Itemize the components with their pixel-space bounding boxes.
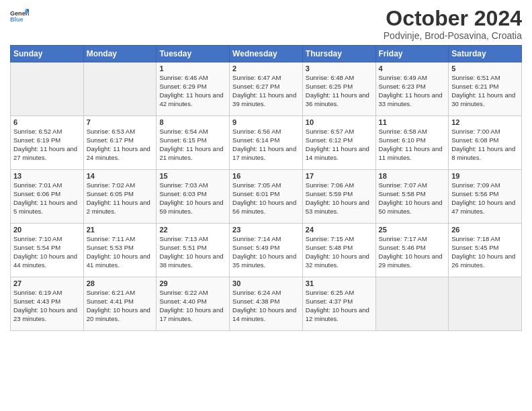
day-number: 10 xyxy=(306,118,373,126)
week-row-1: 1Sunrise: 6:46 AM Sunset: 6:29 PM Daylig… xyxy=(11,62,522,116)
day-cell: 26Sunrise: 7:18 AM Sunset: 5:45 PM Dayli… xyxy=(449,224,522,277)
calendar-table: Sunday Monday Tuesday Wednesday Thursday… xyxy=(10,45,522,331)
day-cell: 22Sunrise: 7:13 AM Sunset: 5:51 PM Dayli… xyxy=(157,224,230,277)
day-number: 1 xyxy=(159,64,226,73)
day-info: Sunrise: 6:51 AM Sunset: 6:21 PM Dayligh… xyxy=(451,74,519,108)
calendar-title: October 2024 xyxy=(384,7,522,30)
col-friday: Friday xyxy=(375,46,449,62)
day-info: Sunrise: 7:15 AM Sunset: 5:48 PM Dayligh… xyxy=(306,235,373,269)
day-number: 28 xyxy=(87,279,154,287)
day-number: 16 xyxy=(232,172,300,180)
day-cell xyxy=(449,277,522,331)
day-number: 29 xyxy=(159,279,226,287)
day-info: Sunrise: 6:46 AM Sunset: 6:29 PM Dayligh… xyxy=(159,74,226,108)
day-info: Sunrise: 6:19 AM Sunset: 4:43 PM Dayligh… xyxy=(13,289,81,323)
day-number: 23 xyxy=(232,226,300,234)
day-cell: 1Sunrise: 6:46 AM Sunset: 6:29 PM Daylig… xyxy=(157,62,230,116)
day-cell: 5Sunrise: 6:51 AM Sunset: 6:21 PM Daylig… xyxy=(449,62,522,116)
day-info: Sunrise: 7:17 AM Sunset: 5:46 PM Dayligh… xyxy=(379,235,446,269)
day-info: Sunrise: 7:05 AM Sunset: 6:01 PM Dayligh… xyxy=(232,181,300,216)
day-cell: 28Sunrise: 6:21 AM Sunset: 4:41 PM Dayli… xyxy=(83,277,157,331)
day-cell: 18Sunrise: 7:07 AM Sunset: 5:58 PM Dayli… xyxy=(375,170,449,224)
day-info: Sunrise: 6:25 AM Sunset: 4:37 PM Dayligh… xyxy=(306,289,373,323)
col-sunday: Sunday xyxy=(11,46,84,62)
day-info: Sunrise: 6:52 AM Sunset: 6:19 PM Dayligh… xyxy=(13,128,81,162)
calendar-page: General Blue October 2024 Podvinje, Brod… xyxy=(0,0,532,411)
day-info: Sunrise: 6:53 AM Sunset: 6:17 PM Dayligh… xyxy=(87,128,154,162)
day-cell: 11Sunrise: 6:58 AM Sunset: 6:10 PM Dayli… xyxy=(375,116,449,170)
day-number: 27 xyxy=(13,279,81,287)
day-info: Sunrise: 6:58 AM Sunset: 6:10 PM Dayligh… xyxy=(379,128,446,162)
day-info: Sunrise: 6:57 AM Sunset: 6:12 PM Dayligh… xyxy=(306,128,373,162)
day-cell: 30Sunrise: 6:24 AM Sunset: 4:38 PM Dayli… xyxy=(230,277,303,331)
day-info: Sunrise: 7:14 AM Sunset: 5:49 PM Dayligh… xyxy=(232,235,300,269)
day-cell: 4Sunrise: 6:49 AM Sunset: 6:23 PM Daylig… xyxy=(375,62,449,116)
day-number: 25 xyxy=(379,226,446,234)
day-cell: 7Sunrise: 6:53 AM Sunset: 6:17 PM Daylig… xyxy=(83,116,157,170)
day-cell: 9Sunrise: 6:56 AM Sunset: 6:14 PM Daylig… xyxy=(230,116,303,170)
day-number: 17 xyxy=(306,172,373,180)
day-number: 3 xyxy=(306,64,373,73)
day-cell xyxy=(83,62,157,116)
day-cell: 31Sunrise: 6:25 AM Sunset: 4:37 PM Dayli… xyxy=(302,277,375,331)
col-monday: Monday xyxy=(83,46,157,62)
day-info: Sunrise: 7:09 AM Sunset: 5:56 PM Dayligh… xyxy=(451,181,519,216)
day-cell: 29Sunrise: 6:22 AM Sunset: 4:40 PM Dayli… xyxy=(157,277,230,331)
week-row-2: 6Sunrise: 6:52 AM Sunset: 6:19 PM Daylig… xyxy=(11,116,522,170)
day-cell xyxy=(11,62,84,116)
day-number: 2 xyxy=(232,64,300,73)
day-cell: 10Sunrise: 6:57 AM Sunset: 6:12 PM Dayli… xyxy=(302,116,375,170)
day-number: 13 xyxy=(13,172,81,180)
day-cell: 8Sunrise: 6:54 AM Sunset: 6:15 PM Daylig… xyxy=(157,116,230,170)
col-tuesday: Tuesday xyxy=(157,46,230,62)
day-info: Sunrise: 7:01 AM Sunset: 6:06 PM Dayligh… xyxy=(13,181,81,216)
day-info: Sunrise: 7:00 AM Sunset: 6:08 PM Dayligh… xyxy=(451,128,519,162)
day-number: 4 xyxy=(379,64,446,73)
title-block: October 2024 Podvinje, Brod-Posavina, Cr… xyxy=(384,7,522,41)
col-saturday: Saturday xyxy=(449,46,522,62)
day-number: 5 xyxy=(451,64,519,73)
logo-icon: General Blue xyxy=(10,7,29,26)
day-number: 18 xyxy=(379,172,446,180)
day-number: 22 xyxy=(159,226,226,234)
day-number: 15 xyxy=(159,172,226,180)
header: General Blue October 2024 Podvinje, Brod… xyxy=(10,7,522,41)
day-cell: 19Sunrise: 7:09 AM Sunset: 5:56 PM Dayli… xyxy=(449,170,522,224)
day-cell: 13Sunrise: 7:01 AM Sunset: 6:06 PM Dayli… xyxy=(11,170,84,224)
day-cell: 3Sunrise: 6:48 AM Sunset: 6:25 PM Daylig… xyxy=(302,62,375,116)
calendar-header: Sunday Monday Tuesday Wednesday Thursday… xyxy=(11,46,522,62)
week-row-3: 13Sunrise: 7:01 AM Sunset: 6:06 PM Dayli… xyxy=(11,170,522,224)
day-number: 11 xyxy=(379,118,446,126)
day-cell: 24Sunrise: 7:15 AM Sunset: 5:48 PM Dayli… xyxy=(302,224,375,277)
day-number: 21 xyxy=(87,226,154,234)
day-info: Sunrise: 6:22 AM Sunset: 4:40 PM Dayligh… xyxy=(159,289,226,323)
day-cell: 27Sunrise: 6:19 AM Sunset: 4:43 PM Dayli… xyxy=(11,277,84,331)
day-number: 26 xyxy=(451,226,519,234)
day-number: 12 xyxy=(451,118,519,126)
day-info: Sunrise: 6:48 AM Sunset: 6:25 PM Dayligh… xyxy=(306,74,373,108)
day-cell: 12Sunrise: 7:00 AM Sunset: 6:08 PM Dayli… xyxy=(449,116,522,170)
day-info: Sunrise: 7:06 AM Sunset: 5:59 PM Dayligh… xyxy=(306,181,373,216)
day-number: 7 xyxy=(87,118,154,126)
day-info: Sunrise: 7:03 AM Sunset: 6:03 PM Dayligh… xyxy=(159,181,226,216)
day-cell: 20Sunrise: 7:10 AM Sunset: 5:54 PM Dayli… xyxy=(11,224,84,277)
day-cell: 6Sunrise: 6:52 AM Sunset: 6:19 PM Daylig… xyxy=(11,116,84,170)
day-number: 24 xyxy=(306,226,373,234)
header-row: Sunday Monday Tuesday Wednesday Thursday… xyxy=(11,46,522,62)
week-row-4: 20Sunrise: 7:10 AM Sunset: 5:54 PM Dayli… xyxy=(11,224,522,277)
day-number: 9 xyxy=(232,118,300,126)
day-info: Sunrise: 7:10 AM Sunset: 5:54 PM Dayligh… xyxy=(13,235,81,269)
calendar-subtitle: Podvinje, Brod-Posavina, Croatia xyxy=(384,30,522,41)
day-cell: 2Sunrise: 6:47 AM Sunset: 6:27 PM Daylig… xyxy=(230,62,303,116)
day-info: Sunrise: 6:21 AM Sunset: 4:41 PM Dayligh… xyxy=(87,289,154,323)
day-number: 20 xyxy=(13,226,81,234)
week-row-5: 27Sunrise: 6:19 AM Sunset: 4:43 PM Dayli… xyxy=(11,277,522,331)
day-number: 6 xyxy=(13,118,81,126)
col-thursday: Thursday xyxy=(302,46,375,62)
day-cell: 15Sunrise: 7:03 AM Sunset: 6:03 PM Dayli… xyxy=(157,170,230,224)
day-number: 30 xyxy=(232,279,300,287)
day-number: 8 xyxy=(159,118,226,126)
day-info: Sunrise: 6:24 AM Sunset: 4:38 PM Dayligh… xyxy=(232,289,300,323)
day-cell: 17Sunrise: 7:06 AM Sunset: 5:59 PM Dayli… xyxy=(302,170,375,224)
day-info: Sunrise: 6:54 AM Sunset: 6:15 PM Dayligh… xyxy=(159,128,226,162)
